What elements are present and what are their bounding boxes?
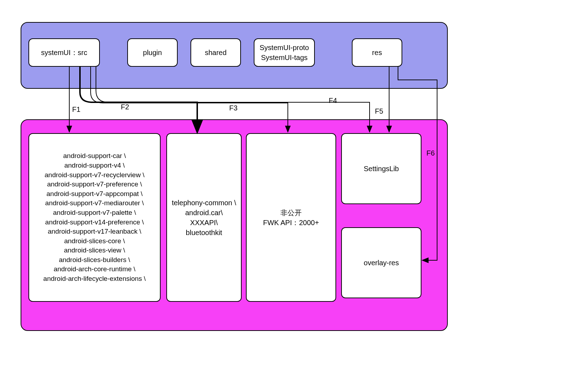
telephony-line: android.car\ <box>172 208 236 218</box>
edge-label-f1: F1 <box>72 105 80 114</box>
label-settingslib: SettingsLib <box>364 164 399 174</box>
label-shared: shared <box>205 48 226 58</box>
support-libs-list: android-support-car \android-support-v4 … <box>43 151 146 283</box>
support-lib-line: android-slices-view \ <box>43 246 146 255</box>
node-settingslib: SettingsLib <box>341 133 421 204</box>
support-lib-line: android-support-v4 \ <box>43 161 146 170</box>
support-lib-line: android-support-v7-appcompat \ <box>43 189 146 199</box>
label-res: res <box>372 48 382 58</box>
node-plugin: plugin <box>127 38 178 67</box>
label-plugin: plugin <box>143 48 162 58</box>
edge-label-f2: F2 <box>121 103 129 111</box>
support-lib-line: android-support-v7-mediarouter \ <box>43 198 146 208</box>
node-fwk-api: 非公开 FWK API：2000+ <box>246 133 336 302</box>
support-lib-line: android-slices-core \ <box>43 236 146 246</box>
node-shared: shared <box>190 38 241 67</box>
edge-label-f6: F6 <box>426 149 435 157</box>
telephony-line: XXXAPI\ <box>172 218 236 228</box>
telephony-line: telephony-common \ <box>172 198 236 208</box>
label-overlay-res: overlay-res <box>364 258 399 268</box>
support-lib-line: android-arch-lifecycle-extensions \ <box>43 274 146 284</box>
node-res: res <box>352 38 402 67</box>
node-telephony: telephony-common \android.car\XXXAPI\blu… <box>166 133 242 302</box>
edge-label-f3: F3 <box>229 104 237 112</box>
label-systemui-src: systemUI：src <box>41 48 87 58</box>
node-systemui-proto-tags: SystemUI-proto SystemUI-tags <box>254 38 315 67</box>
label-fwk-line2: FWK API：2000+ <box>263 218 319 228</box>
support-lib-line: android-support-v7-palette \ <box>43 208 146 218</box>
support-lib-line: android-support-v7-preference \ <box>43 180 146 189</box>
support-lib-line: android-support-v17-leanback \ <box>43 227 146 236</box>
support-lib-line: android-support-v14-preference \ <box>43 218 146 227</box>
edge-label-f4: F4 <box>329 97 337 105</box>
support-lib-line: android-support-v7-recyclerview \ <box>43 170 146 180</box>
label-tags: SystemUI-tags <box>261 53 307 62</box>
edge-label-f5: F5 <box>375 107 383 115</box>
support-lib-line: android-slices-builders \ <box>43 255 146 265</box>
node-support-libs: android-support-car \android-support-v4 … <box>28 133 161 302</box>
node-systemui-src: systemUI：src <box>28 38 100 67</box>
support-lib-line: android-arch-core-runtime \ <box>43 265 146 274</box>
label-fwk-line1: 非公开 <box>280 208 302 218</box>
node-overlay-res: overlay-res <box>341 227 421 298</box>
support-lib-line: android-support-car \ <box>43 151 146 161</box>
telephony-line: bluetoothkit <box>172 228 236 238</box>
telephony-list: telephony-common \android.car\XXXAPI\blu… <box>172 198 236 238</box>
label-proto: SystemUI-proto <box>260 43 309 53</box>
